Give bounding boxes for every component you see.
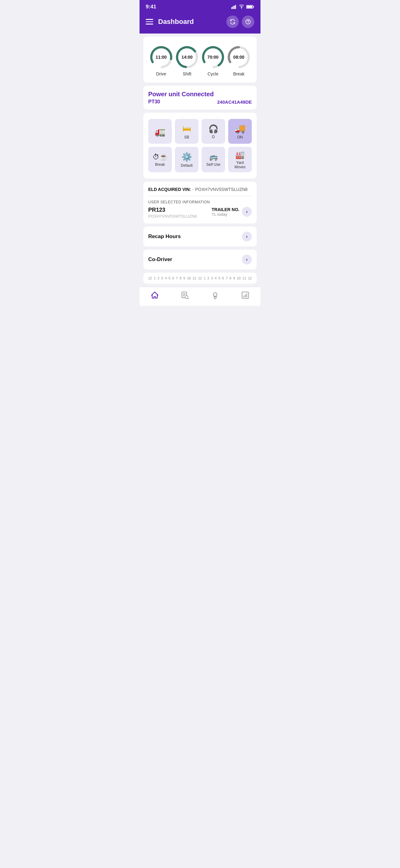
gauge-cycle-value: 70:00 [207,55,219,60]
header-right [226,16,254,28]
refresh-icon [229,19,236,25]
recap-hours-chevron[interactable]: › [242,231,252,242]
gauge-shift: 14:00 Shift [174,45,199,76]
co-driver-row[interactable]: Co-Driver › [148,254,252,265]
recap-hours-row[interactable]: Recap Hours › [148,231,252,242]
home-icon [151,291,159,300]
d-label: D [212,135,215,139]
recap-hours-title: Recap Hours [148,234,181,240]
signal-icon [231,5,237,9]
trailer-section: TRAILER NO. TL today › [212,207,252,217]
nav-certify[interactable] [211,291,220,300]
co-driver-title: Co-Driver [148,256,172,262]
gauge-cycle-circle: 70:00 [201,45,226,69]
gauge-drive: 11:00 Drive [149,45,174,76]
svg-rect-27 [245,294,245,298]
svg-rect-6 [247,6,253,8]
trailer-label: TRAILER NO. [212,207,239,212]
co-driver-chevron[interactable]: › [242,254,252,265]
gauge-shift-circle: 14:00 [174,45,199,69]
certify-icon [211,291,220,300]
svg-rect-28 [246,293,247,298]
user-info-row: PR123 POXH7VNV5SWTSLUZN8 TRAILER NO. TL … [148,207,252,219]
help-button[interactable] [242,16,254,28]
eld-info-card: ELD ACQUIRED VIN: - POXH7VNV5SWTSLUZN8 U… [143,182,257,223]
battery-icon [246,5,254,9]
svg-rect-7 [253,6,254,7]
trailer-chevron-button[interactable]: › [242,207,252,217]
svg-point-24 [213,293,217,297]
gauge-break: 08:00 Break [226,45,251,76]
status-buttons-card: 🚛 🛏 SB 🎧 D 🚚 ON ⏱☕ Break ⚙️ Default [143,113,257,179]
yardmoves-icon: 🏭 [235,151,245,159]
hos-gauges-card: 11:00 Drive 14:00 Shift 70:00 [143,37,257,83]
status-btn-default[interactable]: ⚙️ Default [175,147,198,172]
svg-point-8 [246,20,251,24]
page-title: Dashboard [158,18,194,26]
report-icon [241,291,249,300]
eld-vin-value: POXH7VNV5SWTSLUZN8 [195,187,248,192]
status-btn-yardmoves[interactable]: 🏭 Yard Moves [228,147,252,172]
status-time: 9:41 [146,4,156,10]
default-icon: ⚙️ [181,153,192,161]
status-icons [231,5,254,9]
status-btn-selfuse[interactable]: 🚌 Self Use [202,147,225,172]
user-info-left: PR123 POXH7VNV5SWTSLUZN8 [148,207,197,219]
bottom-nav [139,287,261,306]
default-label: Default [181,163,193,168]
menu-button[interactable] [146,19,153,25]
status-bar: 9:41 [139,0,261,12]
help-icon [245,19,251,25]
timeline-labels: 12 1 2 3 4 5 6 7 8 9 10 11 12 1 2 3 4 5 … [148,276,252,280]
d-icon: 🎧 [208,125,218,133]
status-btn-sb[interactable]: 🛏 SB [175,119,198,144]
on-icon: 🚚 [235,124,245,133]
gauge-drive-value: 11:00 [156,55,167,60]
refresh-button[interactable] [226,16,239,28]
svg-point-4 [241,8,242,9]
on-label: ON [237,135,243,140]
nav-home[interactable] [151,291,159,300]
eld-acquired-label: ELD ACQUIRED VIN: [148,187,191,192]
gauge-break-circle: 08:00 [226,45,251,69]
status-btn-off[interactable]: 🚛 [148,119,172,144]
power-unit-status: Power unit Connected [148,91,252,98]
app-header: Dashboard [139,12,261,34]
nav-report[interactable] [241,291,249,300]
power-unit-row: PT30 240AC41A49DE [148,99,252,104]
gauge-break-value: 08:00 [233,55,244,60]
yardmoves-label: Yard Moves [231,160,249,169]
break-label: Break [155,162,165,167]
svg-point-9 [248,23,248,23]
trailer-value: TL today [212,212,239,217]
gauges-row: 11:00 Drive 14:00 Shift 70:00 [148,41,252,78]
svg-rect-3 [235,5,236,9]
status-btn-on[interactable]: 🚚 ON [228,119,252,144]
status-btn-break[interactable]: ⏱☕ Break [148,147,172,172]
off-icon: 🚛 [155,128,166,136]
svg-rect-2 [234,6,235,9]
svg-rect-1 [233,6,233,9]
svg-line-23 [188,298,189,299]
timeline-card: 12 1 2 3 4 5 6 7 8 9 10 11 12 1 2 3 4 5 … [143,273,257,284]
eld-vin-dash: - [192,187,194,192]
power-unit-mac: 240AC41A49DE [217,99,252,104]
status-grid: 🚛 🛏 SB 🎧 D 🚚 ON ⏱☕ Break ⚙️ Default [148,118,252,174]
header-left: Dashboard [146,18,194,26]
svg-rect-0 [231,7,232,9]
status-btn-d[interactable]: 🎧 D [202,119,225,144]
power-unit-id: PT30 [148,99,160,104]
co-driver-card[interactable]: Co-Driver › [143,250,257,270]
gauge-cycle: 70:00 Cycle [201,45,226,76]
gauge-drive-circle: 11:00 [149,45,174,69]
nav-logs[interactable] [180,291,189,300]
break-icon: ⏱☕ [153,154,168,160]
svg-rect-26 [243,296,244,298]
sb-icon: 🛏 [182,124,191,133]
power-unit-card: Power unit Connected PT30 240AC41A49DE [143,86,257,110]
sb-label: SB [184,135,189,140]
eld-section: ELD ACQUIRED VIN: - POXH7VNV5SWTSLUZN8 [148,187,252,196]
recap-hours-card[interactable]: Recap Hours › [143,227,257,247]
user-id: PR123 [148,207,197,213]
gauge-shift-value: 14:00 [181,55,193,60]
